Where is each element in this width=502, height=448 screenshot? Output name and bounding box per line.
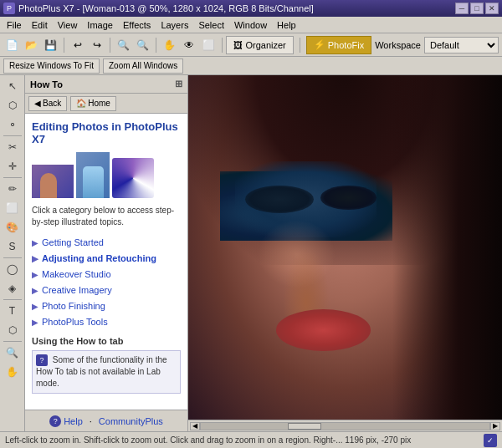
minimize-button[interactable]: ─ [455,3,469,14]
link-label-photo-finishing[interactable]: Photo Finishing [42,301,105,311]
toolbar-hand[interactable]: ✋ [161,36,178,54]
hair-right [392,75,502,420]
photofix-icon: ⚡ [314,39,325,50]
tool-shape[interactable]: ⬡ [3,321,23,339]
link-label-creative[interactable]: Creative Imagery [42,285,112,295]
help-icon: ? [49,415,61,427]
canvas-background [188,75,502,420]
link-label-adjusting[interactable]: Adjusting and Retouching [42,253,156,263]
menu-image[interactable]: Image [82,18,118,32]
toolbar-redo[interactable]: ↪ [88,36,105,54]
link-label-tools[interactable]: PhotoPlus Tools [42,317,108,327]
menu-layers[interactable]: Layers [156,18,193,32]
link-creative-imagery[interactable]: ▶ Creative Imagery [32,284,181,296]
photofix-button[interactable]: ⚡ PhotoFix [306,36,371,54]
horizontal-scrollbar[interactable]: ◀ ▶ [188,420,502,431]
toolbar-zoom-in[interactable]: 🔍 [115,36,132,54]
tool-brush[interactable]: ✏ [3,180,23,198]
footer-separator: · [90,416,92,426]
tool-dodge[interactable]: ◯ [3,260,23,278]
link-getting-started[interactable]: ▶ Getting Started [32,237,181,248]
menu-window[interactable]: Window [229,18,272,32]
status-text: Left-click to zoom in. Shift-click to zo… [5,435,411,445]
tool-sharpen[interactable]: ◈ [3,279,23,298]
arrow-icon-3: ▶ [32,270,38,279]
tool-lasso[interactable]: ⬡ [3,96,23,115]
tool-magic[interactable]: ⚬ [3,115,23,134]
window-title: PhotoPlus X7 - [Woman-013 @ 50%, 1280 x … [18,3,314,13]
image-area: ◀ ▶ [188,75,502,431]
tool-hand[interactable]: ✋ [3,363,23,381]
menu-effects[interactable]: Effects [118,18,156,32]
link-label-makeover[interactable]: Makeover Studio [42,269,111,279]
tool-zoom[interactable]: 🔍 [3,344,23,362]
back-button[interactable]: ◀ Back [28,96,67,111]
tool-sep-1 [3,135,22,136]
menu-file[interactable]: File [2,18,27,32]
scroll-thumb[interactable] [288,423,321,430]
arrow-icon-5: ▶ [32,302,38,311]
workspace-selector: Workspace Default Photography Painting [375,37,499,53]
photo-display [188,75,502,420]
tool-move[interactable]: ✛ [3,157,23,176]
separator-4 [222,38,223,53]
tool-select[interactable]: ↖ [3,77,23,95]
howto-options-icon[interactable]: ⊞ [175,79,182,89]
separator-1 [64,38,64,53]
photofix-label: PhotoFix [328,40,364,50]
community-link[interactable]: CommunityPlus [99,416,163,426]
toolbar-crop[interactable]: ⬜ [199,36,217,54]
resize-windows-button[interactable]: Resize Windows To Fit [3,59,100,74]
tool-crop[interactable]: ✂ [3,138,23,156]
menu-view[interactable]: View [53,18,83,32]
cheek-highlight [258,220,336,288]
toolbar-undo[interactable]: ↩ [69,36,86,54]
title-bar: P PhotoPlus X7 - [Woman-013 @ 50%, 1280 … [0,0,502,17]
tool-fill[interactable]: 🎨 [3,218,23,237]
organizer-label: Organizer [245,40,285,50]
maximize-button[interactable]: □ [470,3,484,14]
menu-edit[interactable]: Edit [27,18,53,32]
workspace-dropdown[interactable]: Default Photography Painting [424,37,499,53]
arrow-icon-4: ▶ [32,286,38,295]
toolbar-zoom-out[interactable]: 🔍 [134,36,151,54]
using-tab-title: Using the How to tab [32,336,181,346]
window-controls[interactable]: ─ □ ✕ [455,3,499,14]
link-photo-finishing[interactable]: ▶ Photo Finishing [32,300,181,312]
organizer-icon: 🖼 [233,40,243,50]
home-label: Home [88,99,110,108]
link-adjusting-retouching[interactable]: ▶ Adjusting and Retouching [32,252,181,264]
zoom-all-button[interactable]: Zoom All Windows [103,59,183,74]
link-label-getting-started[interactable]: Getting Started [42,237,104,247]
tool-sep-4 [3,299,22,300]
toolbar-save[interactable]: 💾 [42,36,59,54]
tool-eraser[interactable]: ⬜ [3,199,23,217]
scroll-track[interactable] [200,422,490,430]
app-icon: P [3,3,15,14]
separator-5 [300,38,300,53]
organizer-button[interactable]: 🖼 Organizer [226,36,293,54]
thumbnail-3 [112,158,154,198]
menu-select[interactable]: Select [193,18,229,32]
toolbar-new[interactable]: 📄 [3,36,21,54]
thumbnail-2 [76,152,110,198]
eye-right [320,186,377,210]
main-toolbar: 📄 📂 💾 ↩ ↪ 🔍 🔍 ✋ 👁 ⬜ 🖼 Organizer ⚡ PhotoF… [0,33,502,57]
tool-text[interactable]: T [3,302,23,320]
link-makeover-studio[interactable]: ▶ Makeover Studio [32,268,181,280]
howto-title-label: How To [30,79,63,89]
home-button[interactable]: 🏠 Home [70,96,116,111]
menu-help[interactable]: Help [272,18,301,32]
help-link[interactable]: ? Help [49,415,83,427]
howto-content[interactable]: Editing Photos in PhotoPlus X7 Click a c… [25,114,187,410]
toolbar-open[interactable]: 📂 [23,36,40,54]
toolbar-eye[interactable]: 👁 [180,36,197,54]
scroll-right-arrow[interactable]: ▶ [490,422,500,430]
close-button[interactable]: ✕ [485,3,499,14]
tool-clone[interactable]: S [3,237,23,256]
note-text: Some of the functionality in the How To … [36,355,167,388]
image-canvas[interactable] [188,75,502,420]
scroll-left-arrow[interactable]: ◀ [190,422,200,430]
tool-sep-2 [3,177,22,178]
link-photoplus-tools[interactable]: ▶ PhotoPlus Tools [32,316,181,328]
